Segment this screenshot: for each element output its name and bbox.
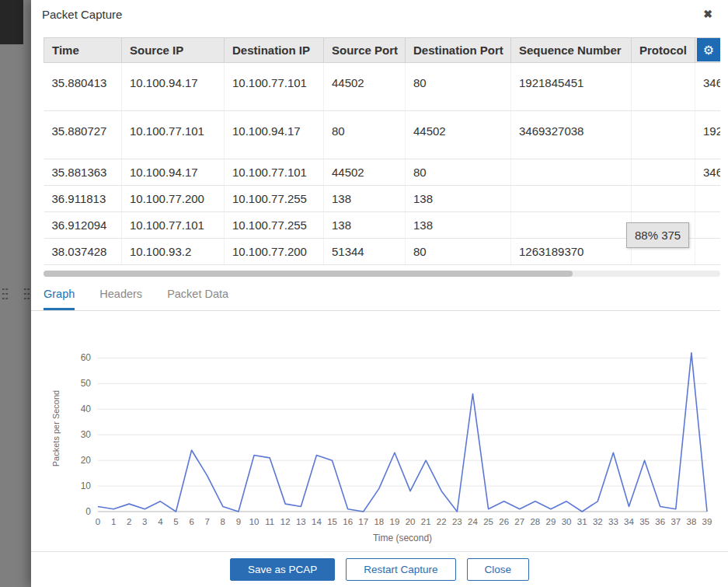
svg-text:0: 0 — [85, 506, 91, 517]
horizontal-scrollbar-thumb[interactable] — [44, 271, 573, 277]
svg-text:Packets per Second: Packets per Second — [51, 390, 61, 466]
table-row[interactable]: 35.88072710.100.77.10110.100.94.17804450… — [44, 111, 721, 159]
svg-text:15: 15 — [327, 517, 337, 526]
column-header[interactable]: Source Port — [324, 38, 406, 63]
svg-text:37: 37 — [671, 517, 681, 526]
table-cell — [695, 239, 721, 265]
table-cell — [632, 159, 695, 186]
table-cell — [632, 63, 695, 111]
svg-text:35: 35 — [639, 517, 650, 526]
svg-text:6: 6 — [189, 517, 193, 526]
table-cell: 10.100.77.101 — [225, 159, 324, 186]
table-cell — [632, 111, 695, 159]
svg-text:11: 11 — [265, 517, 274, 526]
svg-text:7: 7 — [205, 517, 210, 526]
close-button[interactable]: Close — [467, 558, 530, 581]
drag-handle-icon[interactable] — [2, 287, 9, 301]
table-cell: 10.100.77.101 — [122, 212, 225, 239]
column-header[interactable]: Time — [44, 38, 122, 63]
column-settings-button[interactable]: ⚙ — [697, 38, 720, 61]
table-cell: 80 — [324, 111, 406, 159]
table-cell — [695, 186, 721, 212]
svg-text:40: 40 — [81, 404, 92, 414]
table-row[interactable]: 35.88041310.100.94.1710.100.77.101445028… — [44, 63, 721, 111]
table-cell: 1263189370 — [511, 239, 632, 265]
svg-text:38: 38 — [686, 517, 696, 526]
tab-bar: Graph Headers Packet Data — [31, 277, 720, 311]
svg-text:10: 10 — [81, 480, 92, 491]
svg-text:29: 29 — [546, 517, 556, 526]
table-cell: 38.037428 — [44, 239, 122, 265]
table-cell: 346 — [695, 63, 721, 111]
table-cell: 10.100.94.17 — [122, 63, 225, 111]
svg-text:32: 32 — [593, 517, 603, 526]
svg-text:20: 20 — [81, 455, 92, 466]
horizontal-scrollbar-track[interactable] — [44, 271, 720, 277]
table-cell: 138 — [406, 212, 511, 239]
close-icon[interactable]: ✖ — [703, 9, 712, 19]
drag-handle-icon[interactable] — [23, 287, 30, 301]
svg-text:Time (second): Time (second) — [373, 533, 432, 543]
modal-footer: Save as PCAP Restart Capture Close — [31, 551, 728, 587]
svg-text:3: 3 — [142, 517, 147, 526]
packets-per-second-chart: 0102030405060012345678910111213141516171… — [48, 337, 728, 549]
tab-packet-data[interactable]: Packet Data — [167, 288, 228, 310]
table-cell: 10.100.77.200 — [122, 186, 225, 212]
tab-graph[interactable]: Graph — [44, 288, 75, 310]
table-cell — [511, 159, 632, 186]
table-cell: 138 — [406, 186, 511, 212]
svg-text:28: 28 — [530, 517, 540, 526]
modal-header: Packet Capture ✖ — [31, 0, 728, 28]
table-row[interactable]: 36.91209410.100.77.10110.100.77.25513813… — [44, 212, 721, 239]
svg-text:16: 16 — [343, 517, 353, 526]
table-row[interactable]: 35.88136310.100.94.1710.100.77.101445028… — [44, 159, 721, 186]
svg-text:31: 31 — [577, 517, 587, 526]
table-cell: 10.100.77.200 — [225, 239, 324, 265]
svg-text:13: 13 — [296, 517, 306, 526]
line-chart: 0102030405060012345678910111213141516171… — [48, 337, 715, 546]
table-cell: 192 — [695, 111, 721, 159]
page: { "modal": { "title": "Packet Capture", … — [0, 0, 728, 587]
table-cell: 35.880413 — [44, 63, 122, 111]
page-title: Packet Capture — [42, 8, 122, 21]
svg-text:26: 26 — [499, 517, 509, 526]
svg-text:30: 30 — [562, 517, 572, 526]
table-row[interactable]: 36.91181310.100.77.20010.100.77.25513813… — [44, 186, 721, 212]
table-cell: 10.100.77.101 — [122, 111, 225, 159]
column-header[interactable]: Source IP — [122, 38, 225, 63]
column-header[interactable]: Protocol — [632, 38, 695, 63]
restart-capture-button[interactable]: Restart Capture — [346, 558, 455, 581]
svg-text:36: 36 — [655, 517, 665, 526]
svg-text:0: 0 — [96, 517, 100, 526]
table-cell: 10.100.94.17 — [122, 159, 225, 186]
table-cell — [632, 186, 695, 212]
scroll-position-tooltip: 88% 375 — [626, 222, 689, 248]
svg-text:14: 14 — [312, 517, 322, 526]
table-cell — [511, 186, 632, 212]
table-cell: 36.911813 — [44, 186, 122, 212]
table-cell: 80 — [406, 239, 511, 265]
svg-text:1: 1 — [111, 517, 116, 526]
column-header[interactable]: Destination Port — [406, 38, 511, 63]
background-panel-fragment — [0, 0, 23, 44]
packet-capture-modal: Packet Capture ✖ TimeSource IPDestinatio… — [31, 0, 728, 587]
tab-headers[interactable]: Headers — [99, 288, 142, 310]
table-cell: 35.881363 — [44, 159, 122, 186]
table-cell: 10.100.77.255 — [225, 186, 324, 212]
column-header[interactable]: Destination IP — [225, 38, 324, 63]
table-cell: 80 — [406, 159, 511, 186]
table-cell: 10.100.93.2 — [122, 239, 225, 265]
svg-text:8: 8 — [221, 517, 225, 526]
save-as-pcap-button[interactable]: Save as PCAP — [230, 558, 335, 581]
svg-text:17: 17 — [358, 517, 368, 526]
table-cell: 10.100.77.101 — [225, 63, 324, 111]
column-header[interactable]: Sequence Number — [511, 38, 632, 63]
svg-text:4: 4 — [158, 517, 163, 526]
svg-text:20: 20 — [406, 517, 416, 526]
table-cell — [695, 212, 721, 239]
packet-table: TimeSource IPDestination IPSource PortDe… — [44, 37, 720, 265]
table-cell: 44502 — [324, 63, 406, 111]
table-row[interactable]: 38.03742810.100.93.210.100.77.2005134480… — [44, 239, 721, 265]
table-cell: 346 — [695, 159, 721, 186]
svg-text:2: 2 — [127, 517, 131, 526]
